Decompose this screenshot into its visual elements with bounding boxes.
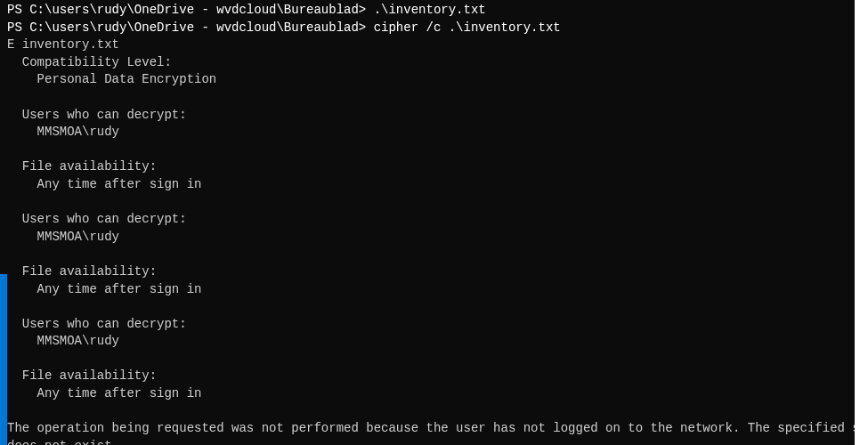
terminal-line bbox=[7, 194, 855, 212]
terminal-line: Compatibility Level: bbox=[7, 54, 855, 72]
terminal-line: MMSMOA\rudy bbox=[7, 124, 855, 142]
terminal-line bbox=[7, 246, 855, 263]
terminal-line: MMSMOA\rudy bbox=[7, 229, 855, 247]
powershell-terminal[interactable]: PS C:\users\rudy\OneDrive - wvdcloud\Bur… bbox=[0, 0, 855, 445]
terminal-line bbox=[7, 298, 855, 316]
terminal-line: E inventory.txt bbox=[7, 36, 855, 54]
terminal-line: File availability: bbox=[7, 368, 855, 385]
terminal-line: Users who can decrypt: bbox=[7, 211, 855, 229]
terminal-line: PS C:\users\rudy\OneDrive - wvdcloud\Bur… bbox=[7, 20, 855, 37]
terminal-line: Any time after sign in bbox=[7, 281, 855, 299]
terminal-line: does not exist. bbox=[7, 438, 855, 445]
terminal-line: PS C:\users\rudy\OneDrive - wvdcloud\Bur… bbox=[7, 2, 855, 20]
terminal-line: Any time after sign in bbox=[7, 385, 855, 403]
terminal-line bbox=[7, 89, 855, 107]
terminal-line: The operation being requested was not pe… bbox=[7, 420, 855, 438]
terminal-line: Personal Data Encryption bbox=[7, 71, 855, 89]
terminal-line bbox=[7, 351, 855, 368]
window-accent-strip bbox=[0, 274, 7, 445]
terminal-line: File availability: bbox=[7, 263, 855, 281]
terminal-line: File availability: bbox=[7, 158, 855, 176]
terminal-line bbox=[7, 142, 855, 159]
terminal-line: MMSMOA\rudy bbox=[7, 333, 855, 351]
terminal-line: Any time after sign in bbox=[7, 176, 855, 194]
terminal-line: Users who can decrypt: bbox=[7, 316, 855, 334]
terminal-line: Users who can decrypt: bbox=[7, 107, 855, 125]
terminal-line bbox=[7, 403, 855, 421]
